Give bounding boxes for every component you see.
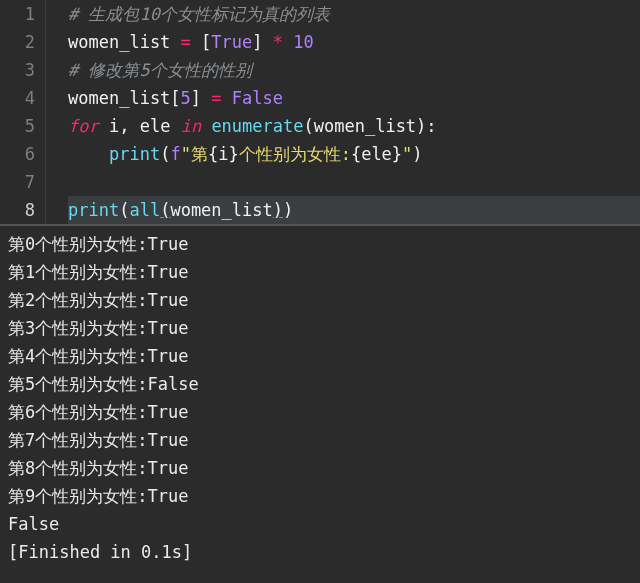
code-token: {: [208, 144, 218, 164]
line-number: 1: [0, 0, 35, 28]
code-token: ): [273, 200, 283, 220]
code-line[interactable]: women_list = [True] * 10: [68, 28, 640, 56]
code-token: 个性别为女性:: [239, 144, 351, 164]
output-line: 第2个性别为女性:True: [8, 286, 632, 314]
code-line[interactable]: print(f"第{i}个性别为女性:{ele}"): [68, 140, 640, 168]
output-line: 第3个性别为女性:True: [8, 314, 632, 342]
code-token: women_list: [170, 200, 272, 220]
output-line: False: [8, 510, 632, 538]
code-token: False: [232, 88, 283, 108]
code-token: *: [273, 32, 283, 52]
code-line[interactable]: # 修改第5个女性的性别: [68, 56, 640, 84]
code-token: ele: [361, 144, 392, 164]
code-token: ,: [119, 116, 129, 136]
code-token: ": [402, 144, 412, 164]
line-number: 4: [0, 84, 35, 112]
code-token: ]: [252, 32, 262, 52]
code-token: in: [181, 116, 201, 136]
code-token: for: [68, 116, 99, 136]
code-token: (: [119, 200, 129, 220]
code-token: "第: [181, 144, 208, 164]
code-token: ): [416, 116, 426, 136]
code-token: [263, 32, 273, 52]
code-line[interactable]: women_list[5] = False: [68, 84, 640, 112]
code-token: [170, 32, 180, 52]
code-token: [: [201, 32, 211, 52]
code-token: ): [283, 200, 293, 220]
code-line[interactable]: # 生成包10个女性标记为真的列表: [68, 0, 640, 28]
code-token: [191, 32, 201, 52]
code-token: i: [218, 144, 228, 164]
line-number: 2: [0, 28, 35, 56]
code-line[interactable]: print(all(women_list)): [68, 196, 640, 224]
code-token: [: [170, 88, 180, 108]
output-panel: 第0个性别为女性:True第1个性别为女性:True第2个性别为女性:True第…: [0, 224, 640, 574]
code-token: (: [160, 200, 170, 220]
code-token: 5: [181, 88, 191, 108]
code-token: (: [160, 144, 170, 164]
output-line: 第4个性别为女性:True: [8, 342, 632, 370]
line-number: 3: [0, 56, 35, 84]
code-token: i: [99, 116, 119, 136]
code-token: 10: [293, 32, 313, 52]
code-token: print: [68, 200, 119, 220]
code-token: ): [412, 144, 422, 164]
code-line[interactable]: for i, ele in enumerate(women_list):: [68, 112, 640, 140]
output-line: 第1个性别为女性:True: [8, 258, 632, 286]
code-token: [201, 116, 211, 136]
code-token: ele: [129, 116, 180, 136]
output-line: 第9个性别为女性:True: [8, 482, 632, 510]
line-number: 7: [0, 168, 35, 196]
output-line: 第5个性别为女性:False: [8, 370, 632, 398]
code-area[interactable]: # 生成包10个女性标记为真的列表women_list = [True] * 1…: [46, 0, 640, 224]
code-token: (: [304, 116, 314, 136]
code-token: enumerate: [211, 116, 303, 136]
code-token: }: [228, 144, 238, 164]
code-token: all: [129, 200, 160, 220]
code-token: [222, 88, 232, 108]
code-token: =: [211, 88, 221, 108]
output-line: 第0个性别为女性:True: [8, 230, 632, 258]
code-token: print: [109, 144, 160, 164]
code-token: ]: [191, 88, 201, 108]
code-token: f: [170, 144, 180, 164]
line-number: 6: [0, 140, 35, 168]
output-line: 第6个性别为女性:True: [8, 398, 632, 426]
code-token: {: [351, 144, 361, 164]
code-token: women_list: [314, 116, 416, 136]
line-number: 5: [0, 112, 35, 140]
code-token: =: [181, 32, 191, 52]
output-line: 第8个性别为女性:True: [8, 454, 632, 482]
code-token: [201, 88, 211, 108]
code-editor[interactable]: 12345678 # 生成包10个女性标记为真的列表women_list = […: [0, 0, 640, 224]
code-token: [283, 32, 293, 52]
code-token: # 生成包10个女性标记为真的列表: [68, 4, 330, 24]
code-line[interactable]: [68, 168, 640, 196]
output-line: 第7个性别为女性:True: [8, 426, 632, 454]
code-token: women_list: [68, 32, 170, 52]
line-number: 8: [0, 196, 35, 224]
code-token: women_list: [68, 88, 170, 108]
code-token: # 修改第5个女性的性别: [68, 60, 252, 80]
code-token: }: [392, 144, 402, 164]
code-token: True: [211, 32, 252, 52]
output-line: [Finished in 0.1s]: [8, 538, 632, 566]
line-number-gutter: 12345678: [0, 0, 46, 224]
code-token: :: [426, 116, 436, 136]
